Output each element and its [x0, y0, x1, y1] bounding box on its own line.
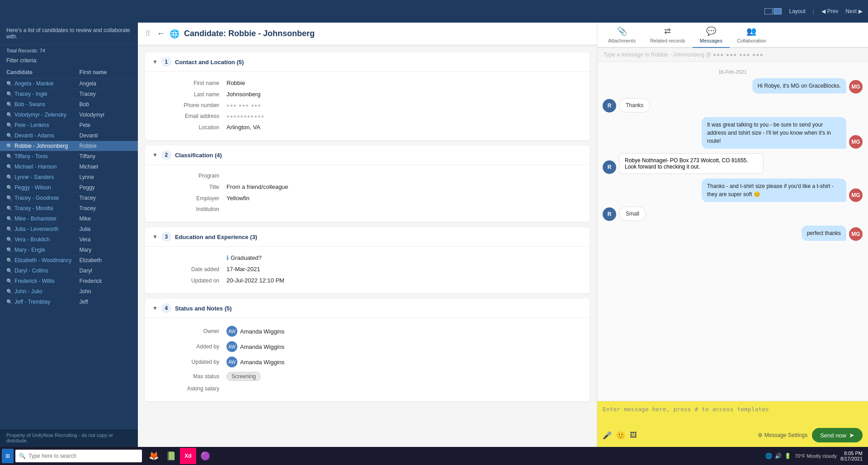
candidate-item[interactable]: 🔍 Elizabeth - Woodmancy Elizabeth: [0, 255, 138, 266]
candidate-item[interactable]: 🔍 Vera - Bruklich Vera: [0, 235, 138, 245]
candidate-item[interactable]: 🔍 Tracey - Ingle Tracey: [0, 89, 138, 99]
candidate-item[interactable]: 🔍 Volodymyr - Zelensky Volodymyr: [0, 110, 138, 120]
owner-row: AW Amanda Wiggins: [226, 357, 284, 367]
message-settings-btn[interactable]: ⚙ Message Settings: [758, 432, 807, 438]
search-icon: 🔍: [6, 102, 13, 108]
candidate-first-name: Julia: [80, 226, 132, 232]
msg-row-outgoing: Hi Robye, it's MG on GraceBlocks. MG: [603, 78, 863, 94]
candidate-item[interactable]: 🔍 Robbie - Johnsonberg Robbie: [0, 141, 138, 151]
candidate-name: Lynne - Sanders: [14, 174, 54, 180]
layout-label-btn[interactable]: Layout: [789, 8, 805, 14]
section-body: First name Robbie Last name Johnsonberg …: [145, 72, 590, 140]
section-header[interactable]: ▼ 2 Classification (4): [145, 146, 590, 165]
prev-btn[interactable]: ◀ Prev: [821, 8, 839, 14]
attachments-tab-icon: 📎: [617, 26, 627, 36]
search-icon: 🔍: [6, 195, 13, 201]
taskbar-app-firefox[interactable]: 🦊: [146, 448, 162, 464]
field-row: Phone number ●●● ●●● ●●●: [163, 100, 571, 111]
candidate-first-name: Frederick: [80, 278, 132, 284]
candidate-first-name: Tracey: [80, 91, 132, 97]
candidate-first-name: Daryl: [80, 268, 132, 274]
candidate-item[interactable]: 🔍 Tracey - Minolta Tracey: [0, 203, 138, 214]
taskbar-app-excel[interactable]: 📗: [163, 448, 179, 464]
section-header[interactable]: ▼ 3 Education and Experience (3): [145, 227, 590, 247]
start-button[interactable]: ⊞: [2, 449, 14, 463]
field-value: Robbie: [226, 80, 245, 86]
candidate-name: Pete - Lenkins: [14, 122, 49, 128]
candidate-first-name: Bob: [80, 101, 132, 108]
taskbar-search-input[interactable]: [28, 453, 138, 459]
image-icon[interactable]: 🖼: [630, 431, 637, 439]
search-icon: 🔍: [6, 174, 13, 180]
candidate-item[interactable]: 🔍 John - Julio John: [0, 287, 138, 297]
field-row: Location Arlington, VA: [163, 122, 571, 133]
layout-btn-list[interactable]: [774, 8, 782, 14]
candidate-item[interactable]: 🔍 Devanti - Adams Devanti: [0, 131, 138, 141]
candidate-name: Devanti - Adams: [14, 132, 54, 139]
candidate-item[interactable]: 🔍 Peggy - Wilson Peggy: [0, 183, 138, 193]
col-header-first: First name: [80, 69, 132, 75]
candidate-first-name: Vera: [80, 236, 132, 243]
candidate-item[interactable]: 🔍 Lynne - Sanders Lynne: [0, 172, 138, 183]
candidate-item[interactable]: 🔍 Mary - Engle Mary: [0, 245, 138, 255]
collapse-icon: ▼: [152, 305, 158, 311]
send-now-btn[interactable]: Send now ➤: [812, 428, 863, 442]
candidate-first-name: Peggy: [80, 184, 132, 191]
taskbar: ⊞ 🔍 🦊 📗 Xd 🟣 🌐 🔊 🔋 70°F Mostly cloudy 8:…: [0, 447, 868, 465]
candidate-item[interactable]: 🔍 Bob - Swans Bob: [0, 99, 138, 110]
avatar: AW: [226, 357, 237, 367]
candidate-item[interactable]: 🔍 Michael - Hanson Michael: [0, 162, 138, 172]
back-button[interactable]: ←: [157, 29, 165, 38]
next-btn[interactable]: Next ▶: [845, 8, 863, 14]
field-label: Asking salary: [163, 385, 226, 392]
candidate-item[interactable]: 🔍 Pete - Lenkins Pete: [0, 120, 138, 131]
candidate-first-name: Mike: [80, 216, 132, 222]
candidate-item[interactable]: 🔍 Frederick - Willis Frederick: [0, 276, 138, 287]
field-value: Arlington, VA: [226, 124, 260, 131]
msg-row-outgoing: Thanks - and t-shirt size please if you'…: [603, 178, 863, 202]
candidate-item[interactable]: 🔍 Julia - Levenworth Julia: [0, 224, 138, 235]
search-icon: 🔍: [6, 289, 13, 295]
section-header[interactable]: ▼ 1 Contact and Location (5): [145, 52, 590, 72]
taskbar-right: 🌐 🔊 🔋 70°F Mostly cloudy 8:05 PM 8/17/20…: [765, 451, 866, 461]
candidate-first-name: Jeff: [80, 299, 132, 305]
section-number: 4: [161, 303, 171, 313]
section-number: 3: [161, 232, 171, 242]
candidate-first-name: Elizabeth: [80, 257, 132, 263]
candidate-name: Vera - Bruklich: [14, 236, 50, 243]
layout-btn-grid[interactable]: [764, 8, 773, 14]
section-header[interactable]: ▼ 4 Status and Notes (5): [145, 299, 590, 318]
tab-collaboration[interactable]: 👥 Collaboration: [730, 23, 774, 48]
tab-messages[interactable]: 💬 Messages: [693, 23, 730, 48]
section-body: ℹ Graduated? Date added 17-Mar-2021 Upda…: [145, 247, 590, 293]
owner-row: AW Amanda Wiggins: [226, 341, 284, 352]
field-row: First name Robbie: [163, 77, 571, 89]
compose-area: 🎤 🙂 🖼 ⚙ Message Settings Send now ➤: [597, 401, 868, 447]
taskbar-app-xd[interactable]: Xd: [180, 448, 196, 464]
field-value: Amanda Wiggins: [240, 343, 284, 350]
candidate-item[interactable]: 🔍 Tiffany - Tonis Tiffany: [0, 151, 138, 162]
globe-icon: 🌐: [170, 29, 179, 39]
center-panel: ⠿ ← 🌐 Candidate: Robbie - Johnsonberg ▼ …: [138, 23, 597, 447]
chevron-left-icon: ◀: [821, 8, 826, 14]
volume-icon: 🔊: [775, 453, 782, 459]
candidate-item[interactable]: 🔍 Tracey - Goodnow Tracey: [0, 193, 138, 203]
tab-related[interactable]: ⇄ Related records: [643, 23, 693, 48]
compose-input[interactable]: [603, 406, 863, 424]
candidate-item[interactable]: 🔍 Mike - Bohanister Mike: [0, 214, 138, 224]
microphone-icon[interactable]: 🎤: [603, 431, 612, 440]
candidate-item[interactable]: 🔍 Angela - Mankie Angela: [0, 79, 138, 89]
candidate-first-name: Tracey: [80, 205, 132, 211]
taskbar-clock: 8:05 PM 8/17/2021: [840, 451, 863, 461]
search-icon: 🔍: [6, 247, 13, 253]
section-number: 2: [161, 150, 171, 160]
candidate-first-name: Pete: [80, 122, 132, 128]
layout-toggle[interactable]: [764, 8, 782, 14]
candidate-name: Julia - Levenworth: [14, 226, 58, 232]
tab-attachments[interactable]: 📎 Attachments: [601, 23, 643, 48]
emoji-icon[interactable]: 🙂: [616, 431, 625, 440]
taskbar-app-teams[interactable]: 🟣: [197, 448, 213, 464]
candidate-item[interactable]: 🔍 Daryl - Collins Daryl: [0, 266, 138, 276]
chat-date: 16-Feb-2021: [603, 66, 863, 78]
candidate-item[interactable]: 🔍 Jeff - Tremblay Jeff: [0, 297, 138, 307]
